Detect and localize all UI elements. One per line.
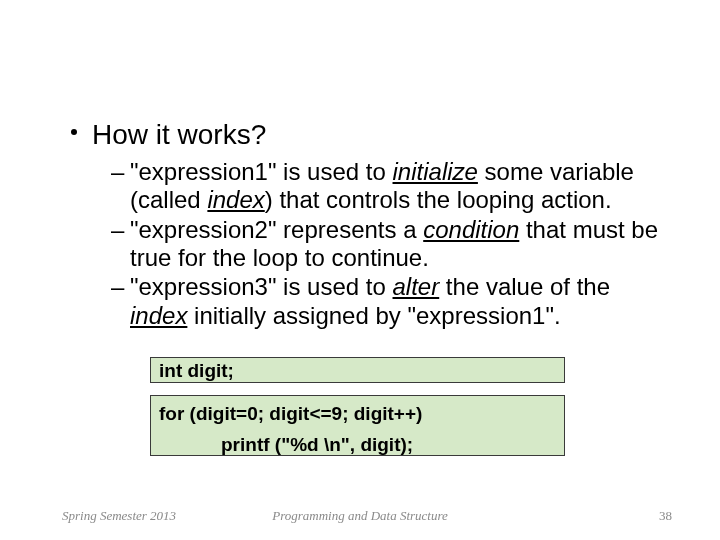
code-loop-box: for (digit=0; digit<=9; digit++) printf …	[150, 395, 565, 456]
emphasis-alter: alter	[393, 273, 440, 300]
text-fragment: the value of the	[439, 273, 610, 300]
text-fragment: initially assigned by "expression1".	[187, 302, 560, 329]
text-fragment: ) that controls the looping action.	[265, 186, 612, 213]
code-body-line: printf ("%d \n", digit);	[221, 431, 556, 460]
text-fragment: "expression3" is used to	[130, 273, 393, 300]
sub-bullet-3: – "expression3" is used to alter the val…	[130, 273, 660, 330]
footer-page-number: 38	[659, 508, 672, 524]
main-bullet-text: How it works?	[92, 119, 266, 150]
dash-icon: –	[111, 216, 124, 244]
slide: How it works? – "expression1" is used to…	[0, 0, 720, 540]
emphasis-initialize: initialize	[393, 158, 478, 185]
emphasis-index: index	[130, 302, 187, 329]
emphasis-index: index	[207, 186, 264, 213]
code-decl: int digit;	[159, 360, 234, 381]
sub-bullet-list: – "expression1" is used to initialize so…	[130, 158, 660, 331]
text-fragment: "expression2" represents a	[130, 216, 423, 243]
footer-center: Programming and Data Structure	[0, 508, 720, 524]
dash-icon: –	[111, 273, 124, 301]
emphasis-condition: condition	[423, 216, 519, 243]
text-fragment: "expression1" is used to	[130, 158, 393, 185]
sub-bullet-2: – "expression2" represents a condition t…	[130, 216, 660, 273]
bullet-dot-icon	[71, 129, 77, 135]
code-declaration-box: int digit;	[150, 357, 565, 383]
code-for-line: for (digit=0; digit<=9; digit++)	[159, 403, 422, 424]
sub-bullet-1: – "expression1" is used to initialize so…	[130, 158, 660, 215]
dash-icon: –	[111, 158, 124, 186]
main-bullet-item: How it works?	[72, 118, 266, 152]
